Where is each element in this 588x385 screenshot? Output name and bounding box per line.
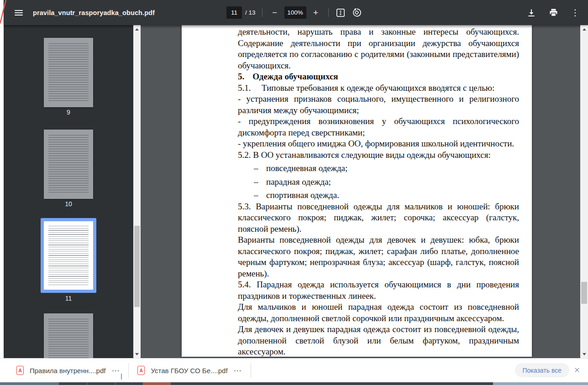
paragraph: Для девочек и девушек парадная одежда со…: [238, 324, 519, 357]
thumbnail-text-preview: [48, 43, 89, 103]
thumbnail-label: 11: [44, 295, 93, 302]
page-thumbnail-11-selected[interactable]: [41, 218, 96, 293]
window-edge-divider: [87, 382, 87, 385]
thumbnail-label: 9: [44, 109, 93, 116]
paragraph: 5.2. В ОО устанавливаются следующие виды…: [238, 150, 519, 161]
window-edge-segment: [0, 382, 58, 385]
zoom-out-button[interactable]: −: [269, 6, 281, 19]
zoom-level-box[interactable]: 100%: [284, 6, 306, 19]
chevron-down-icon: [583, 353, 586, 355]
section-heading: 5.Одежда обучающихся: [238, 71, 519, 83]
print-icon: [549, 8, 558, 17]
page-thumbnail-10[interactable]: [44, 130, 93, 199]
download-item-menu[interactable]: ⋯: [234, 366, 242, 375]
download-icon: [527, 8, 536, 17]
red-annotation-line: [0, 0, 14, 27]
pdf-file-icon: A: [137, 366, 145, 375]
paragraph: деятельности, нарушать права и законные …: [238, 26, 519, 71]
toolbar-divider: [328, 8, 329, 17]
window-edge-segment: [493, 382, 588, 385]
window-edge-divider: [58, 382, 59, 385]
sidebar-scrollbar[interactable]: [133, 25, 141, 358]
thumbnail-panel: 9 10 11: [4, 25, 133, 358]
list-item: –спортивная одежда.: [238, 190, 519, 201]
document-scrollbar[interactable]: [580, 25, 588, 358]
scroll-down-button[interactable]: [580, 351, 588, 357]
paragraph: 5.1.Типовые требования к одежде обучающи…: [238, 83, 519, 94]
more-options-button[interactable]: ⋮: [570, 7, 581, 18]
paragraph: Варианты повседневной одежды для девочек…: [238, 234, 519, 279]
page-text: деятельности, нарушать права и законные …: [182, 25, 532, 357]
thumbnail-text-preview: [48, 226, 89, 286]
scroll-down-button[interactable]: [133, 351, 141, 357]
pdf-page: деятельности, нарушать права и законные …: [182, 25, 532, 357]
page-number-input[interactable]: 11: [226, 6, 242, 19]
download-filename: Устав ГБОУ СО Бе....pdf: [151, 367, 227, 375]
downloads-divider: [251, 363, 251, 378]
paragraph: 5.4. Парадная одежда используется обучаю…: [238, 279, 519, 302]
scroll-up-button[interactable]: [133, 26, 141, 32]
viewer-content: 9 10 11 деятельности, нарушать права: [4, 25, 588, 358]
document-title: pravila_vnutr_rasporyadka_obuch.pdf: [33, 0, 155, 25]
thumbnail-label: 10: [44, 200, 93, 208]
fit-to-page-icon: [336, 8, 345, 17]
thumbnail-text-preview: [48, 319, 89, 358]
list-item: –повседневная одежда;: [238, 163, 519, 174]
download-filename: Правила внутренн....pdf: [30, 367, 105, 375]
download-button[interactable]: [526, 7, 537, 18]
print-button[interactable]: [548, 7, 559, 18]
download-item-menu[interactable]: ⋯: [111, 366, 120, 375]
scrollbar-thumb[interactable]: [581, 282, 587, 304]
pdf-toolbar: pravila_vnutr_rasporyadka_obuch.pdf 11 /…: [4, 0, 588, 25]
paragraph: - устранения признаков социального, имущ…: [238, 94, 519, 116]
scrollbar-thumb[interactable]: [134, 226, 140, 307]
page-thumbnail-12[interactable]: [44, 313, 93, 358]
document-viewport: деятельности, нарушать права и законные …: [141, 25, 580, 358]
toolbar-actions: ⋮: [526, 0, 581, 25]
paragraph: Для мальчиков и юношей парадная одежда с…: [238, 302, 519, 324]
window-edge-divider: [170, 382, 171, 385]
window-edge-artifact: [121, 374, 122, 380]
pdf-file-icon: A: [16, 366, 24, 375]
downloads-divider: [128, 363, 129, 378]
paragraph: 5.3. Варианты повседневной одежды для ма…: [238, 201, 519, 235]
chevron-down-icon: [135, 353, 139, 355]
window-edge-segment: [143, 382, 170, 385]
thumbnail-text-preview: [48, 135, 89, 194]
close-icon: ✕: [574, 366, 580, 375]
scroll-up-button[interactable]: [580, 26, 588, 32]
toolbar-divider: [262, 8, 262, 17]
window-edge-divider: [115, 382, 116, 385]
paragraph: - предупреждения возникновения у обучающ…: [238, 116, 519, 138]
hamburger-icon: [15, 9, 23, 17]
toolbar-page-controls: 11 / 13 − 100% +: [226, 0, 362, 25]
taskbar-edge: [0, 382, 588, 385]
window-edge-divider: [143, 382, 143, 385]
downloads-bar: A Правила внутренн....pdf ⋯ A Устав ГБОУ…: [0, 358, 588, 382]
chevron-up-icon: [135, 28, 139, 31]
browser-window: pravila_vnutr_rasporyadka_obuch.pdf 11 /…: [0, 0, 588, 385]
list-item: –парадная одежда;: [238, 177, 519, 188]
close-downloads-button[interactable]: ✕: [571, 364, 583, 376]
download-item[interactable]: A Устав ГБОУ СО Бе....pdf ⋯: [137, 366, 242, 375]
rotate-ccw-icon: [352, 8, 362, 17]
fit-to-page-button[interactable]: [335, 7, 346, 18]
download-item[interactable]: A Правила внутренн....pdf ⋯: [16, 366, 120, 375]
rotate-button[interactable]: [352, 7, 362, 18]
page-count-label: / 13: [245, 9, 256, 16]
zoom-in-button[interactable]: +: [310, 6, 322, 19]
paragraph: - укрепления общего имиджа ОО, формирова…: [238, 138, 519, 150]
show-all-button[interactable]: Показать все: [515, 363, 569, 377]
chevron-up-icon: [583, 28, 586, 31]
page-thumbnail-9[interactable]: [44, 38, 93, 107]
kebab-menu-icon: ⋮: [571, 8, 580, 17]
